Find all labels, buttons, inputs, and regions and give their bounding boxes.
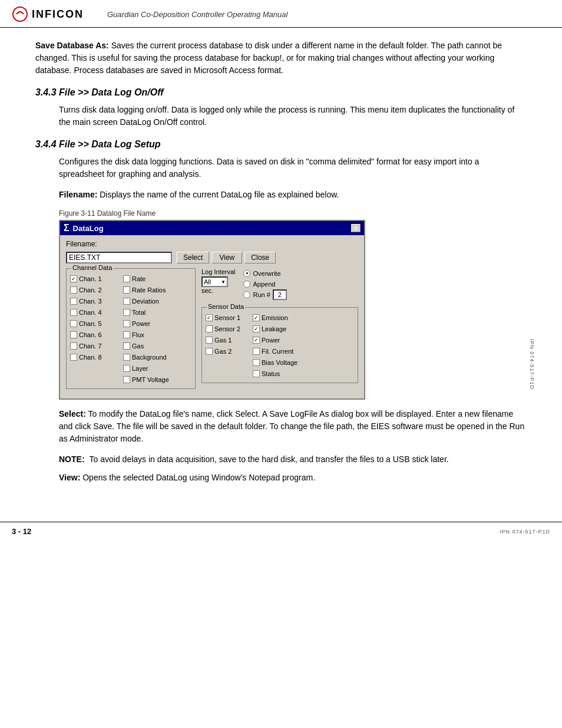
page-number: 3 - 12: [12, 527, 31, 536]
select-button[interactable]: Select: [177, 252, 209, 263]
dialog-body: Filename: Select View Close Channel Data: [60, 235, 364, 398]
sensor1-checkbox[interactable]: [206, 314, 213, 321]
chan8-checkbox[interactable]: [70, 354, 77, 361]
pmt-checkbox[interactable]: [123, 376, 130, 383]
right-section: Log Interval All ▼ sec.: [201, 268, 358, 393]
leakage-label: Leakage: [262, 325, 286, 332]
layer-row: Layer: [123, 363, 182, 374]
emission-checkbox[interactable]: [253, 314, 260, 321]
filename-desc: Filename: Displays the name of the curre…: [59, 189, 527, 201]
dialog-title: DataLog: [73, 224, 104, 233]
side-label: IPN 074-517-P1D: [500, 529, 550, 535]
section-343-para: Turns disk data logging on/off. Data is …: [59, 104, 527, 129]
chan3-checkbox[interactable]: [70, 298, 77, 305]
logo-text: INFICON: [32, 8, 84, 21]
power-label: Power: [132, 320, 150, 327]
power-checkbox[interactable]: [123, 320, 130, 327]
chan2-label: Chan. 2: [79, 286, 102, 294]
section-344-para: Configures the disk data logging functio…: [59, 156, 527, 180]
leakage-row: Leakage: [253, 324, 300, 334]
chan2-row: Chan. 2: [70, 285, 123, 295]
power-row: Power: [123, 318, 182, 329]
note-text: To avoid delays in data acquisition, sav…: [90, 453, 449, 466]
channel-grid: Chan. 1 Rate Chan. 2: [70, 274, 191, 385]
view-bold: View:: [59, 473, 80, 482]
overwrite-row: Overwrite: [243, 268, 286, 279]
gas2-checkbox[interactable]: [206, 348, 213, 355]
status-label: Status: [262, 370, 280, 377]
side-margin-label: IPN 074-517-P1D: [529, 338, 535, 389]
chan8-row: Chan. 8: [70, 352, 123, 363]
chan7-label: Chan. 7: [79, 342, 102, 350]
log-interval-dropdown[interactable]: All ▼: [201, 276, 228, 287]
view-button[interactable]: View: [211, 252, 242, 263]
page-footer: 3 - 12 IPN 074-517-P1D: [0, 522, 562, 541]
fil-current-label: Fil. Current: [262, 348, 293, 355]
append-radio[interactable]: [243, 281, 250, 288]
bias-voltage-checkbox[interactable]: [253, 359, 260, 366]
pmt-row: PMT Voltage: [123, 374, 182, 385]
rate-ratios-checkbox[interactable]: [123, 286, 130, 294]
channel-data-section: Channel Data Chan. 1 Rate: [66, 268, 196, 393]
background-checkbox[interactable]: [123, 354, 130, 361]
log-interval-value: All: [204, 278, 211, 285]
deviation-checkbox[interactable]: [123, 298, 130, 305]
logo-icon: [12, 6, 28, 22]
status-row: Status: [253, 368, 300, 379]
sensor2-label: Sensor 2: [214, 325, 240, 332]
bias-voltage-label: Bias Voltage: [262, 359, 297, 366]
sensor-grid: Sensor 1 Emission Sensor 2: [206, 312, 354, 379]
view-text: Opens the selected DataLog using Window'…: [80, 473, 315, 482]
sensor-power-row: Power: [253, 335, 300, 345]
overwrite-radio[interactable]: [243, 270, 250, 277]
log-interval-section: Log Interval All ▼ sec.: [201, 268, 235, 299]
chan1-checkbox[interactable]: [70, 275, 77, 282]
chan1-row: Chan. 1: [70, 274, 123, 284]
layer-checkbox[interactable]: [123, 365, 130, 372]
chan6-checkbox[interactable]: [70, 331, 77, 338]
log-interval-row: All ▼: [201, 276, 235, 287]
fil-current-checkbox[interactable]: [253, 348, 260, 355]
leakage-checkbox[interactable]: [253, 325, 260, 332]
emission-row: Emission: [253, 312, 300, 323]
rate-checkbox[interactable]: [123, 275, 130, 282]
sensor1-row: Sensor 1: [206, 312, 253, 323]
bias-voltage-row: Bias Voltage: [253, 357, 300, 368]
run-hash-label: Run #: [253, 291, 270, 298]
gas1-row: Gas 1: [206, 335, 253, 345]
deviation-row: Deviation: [123, 296, 182, 307]
filename-bold: Filename:: [59, 190, 97, 199]
chan7-checkbox[interactable]: [70, 342, 77, 350]
pmt-label: PMT Voltage: [132, 376, 169, 383]
run-num-field[interactable]: 2: [273, 289, 287, 300]
header-subtitle: Guardian Co-Deposition Controller Operat…: [107, 10, 287, 19]
sensor-data-legend: Sensor Data: [207, 303, 245, 310]
run-hash-radio[interactable]: [243, 291, 250, 298]
gas1-checkbox[interactable]: [206, 337, 213, 344]
section-344-heading: 3.4.4 File >> Data Log Setup: [35, 139, 527, 150]
sensor2-checkbox[interactable]: [206, 325, 213, 332]
total-checkbox[interactable]: [123, 309, 130, 316]
rate-label: Rate: [132, 275, 146, 282]
filename-text: Displays the name of the current DataLog…: [97, 190, 339, 199]
chan4-checkbox[interactable]: [70, 309, 77, 316]
empty-sensor-row2: [206, 368, 253, 379]
close-button[interactable]: Close: [244, 252, 276, 263]
log-interval-label: Log Interval: [201, 268, 235, 275]
chan6-label: Chan. 6: [79, 331, 102, 338]
filename-input[interactable]: [66, 252, 172, 263]
dialog-close-button[interactable]: ×: [351, 224, 361, 232]
flux-checkbox[interactable]: [123, 331, 130, 338]
empty-chan-row2: [70, 374, 123, 385]
section-343-heading: 3.4.3 File >> Data Log On/Off: [35, 87, 527, 98]
titlebar-left: Σ DataLog: [64, 223, 104, 233]
svg-point-0: [13, 7, 27, 21]
gas-checkbox[interactable]: [123, 342, 130, 350]
chan2-checkbox[interactable]: [70, 286, 77, 294]
sigma-icon: Σ: [64, 223, 70, 233]
rate-ratios-label: Rate Ratios: [132, 286, 166, 294]
status-checkbox[interactable]: [253, 370, 260, 377]
sensor-power-checkbox[interactable]: [253, 337, 260, 344]
gas2-row: Gas 2: [206, 346, 253, 357]
chan5-checkbox[interactable]: [70, 320, 77, 327]
